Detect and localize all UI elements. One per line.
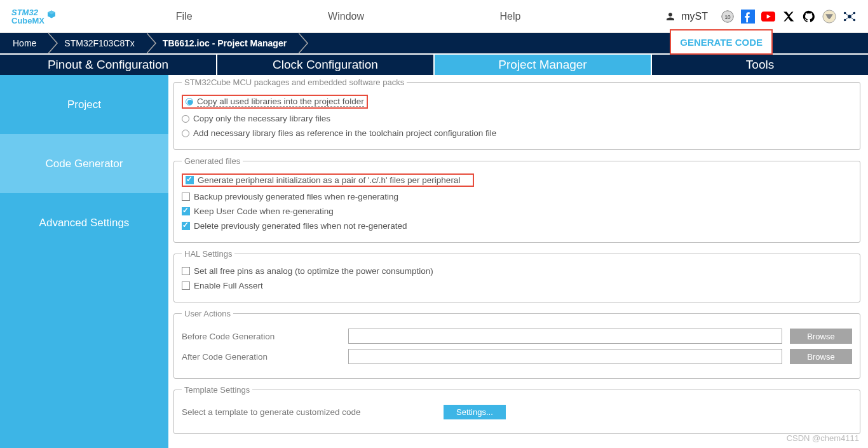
packages-group: STM32Cube MCU packages and embedded soft… xyxy=(173,78,860,150)
radio-copy-necessary[interactable] xyxy=(182,115,189,123)
checkbox-delete-prev[interactable] xyxy=(182,222,190,230)
template-row: Select a template to generate customized… xyxy=(182,405,852,419)
svg-line-10 xyxy=(845,13,850,17)
sidebar-item-advanced-settings[interactable]: Advanced Settings xyxy=(0,193,168,252)
top-menu-bar: STM32 CubeMX File Window Help myST 10 xyxy=(0,0,868,33)
content-area: Project Code Generator Advanced Settings… xyxy=(0,75,868,448)
opt-copy-necessary-label: Copy only the necessary library files xyxy=(193,114,330,123)
checkbox-keep-user-code[interactable] xyxy=(182,207,190,215)
after-code-row: After Code Generation Browse xyxy=(182,349,852,364)
youtube-icon[interactable] xyxy=(761,10,775,24)
breadcrumb-home[interactable]: Home xyxy=(0,33,48,53)
st-badge-icon[interactable]: 10 xyxy=(721,10,735,24)
tab-tools[interactable]: Tools xyxy=(652,55,868,75)
packages-legend: STM32Cube MCU packages and embedded soft… xyxy=(182,78,407,87)
checkbox-peripheral-pair[interactable] xyxy=(186,176,194,184)
breadcrumb-current-label: TB6612.ioc - Project Manager xyxy=(163,38,287,48)
opt-copy-all-row: Copy all used libraries into the project… xyxy=(182,92,852,111)
svg-text:10: 10 xyxy=(724,14,731,20)
logo-text-2: CubeMX xyxy=(11,17,44,25)
highlight-copy-all: Copy all used libraries into the project… xyxy=(182,95,368,109)
template-settings-button[interactable]: Settings... xyxy=(444,405,506,419)
opt-copy-all-label: Copy all used libraries into the project… xyxy=(197,97,364,107)
cube-icon xyxy=(46,8,57,22)
generated-files-group: Generated files Generate peripheral init… xyxy=(173,156,860,243)
generate-code-button[interactable]: GENERATE CODE xyxy=(670,29,773,55)
opt-keep-user-code-row: Keep User Code when re-generating xyxy=(182,204,852,219)
opt-add-reference-label: Add necessary library files as reference… xyxy=(193,128,496,138)
opt-analog-pins-label: Set all free pins as analog (to optimize… xyxy=(194,266,433,276)
breadcrumb-home-label: Home xyxy=(13,38,36,48)
sidebar-item-project[interactable]: Project xyxy=(0,75,168,134)
pm-sidebar: Project Code Generator Advanced Settings xyxy=(0,75,168,448)
breadcrumb-chip-label: STM32F103C8Tx xyxy=(64,38,134,48)
breadcrumb-current[interactable]: TB6612.ioc - Project Manager xyxy=(146,33,298,53)
svg-line-12 xyxy=(845,17,850,20)
before-code-row: Before Code Generation Browse xyxy=(182,329,852,344)
opt-full-assert-label: Enable Full Assert xyxy=(194,281,263,290)
settings-panel: STM32Cube MCU packages and embedded soft… xyxy=(168,75,868,448)
template-legend: Template Settings xyxy=(182,385,252,395)
generated-files-legend: Generated files xyxy=(182,156,243,166)
after-code-label: After Code Generation xyxy=(182,352,341,362)
tab-project-manager[interactable]: Project Manager xyxy=(435,55,652,75)
wiki-icon[interactable] xyxy=(822,10,836,24)
menu-window[interactable]: Window xyxy=(328,11,364,22)
svg-line-11 xyxy=(850,13,854,17)
social-icons: 10 xyxy=(721,10,868,24)
hal-legend: HAL Settings xyxy=(182,249,234,259)
opt-analog-pins-row: Set all free pins as analog (to optimize… xyxy=(182,264,852,278)
x-icon[interactable] xyxy=(782,10,796,24)
logo-text-1: STM32 xyxy=(11,8,44,17)
generate-code-label: GENERATE CODE xyxy=(680,37,763,48)
before-code-input[interactable] xyxy=(348,329,782,344)
before-code-label: Before Code Generation xyxy=(182,332,341,341)
opt-keep-user-code-label: Keep User Code when re-generating xyxy=(194,207,334,216)
app-logo: STM32 CubeMX xyxy=(0,8,57,25)
myst-link[interactable]: myST xyxy=(665,11,708,22)
radio-copy-all[interactable] xyxy=(186,98,193,105)
svg-line-13 xyxy=(850,17,854,20)
checkbox-analog-pins[interactable] xyxy=(182,267,190,275)
tab-pinout[interactable]: Pinout & Configuration xyxy=(0,55,217,75)
user-actions-group: User Actions Before Code Generation Brow… xyxy=(173,309,860,379)
opt-backup-label: Backup previously generated files when r… xyxy=(194,192,398,201)
github-icon[interactable] xyxy=(802,10,816,24)
main-tabs: Pinout & Configuration Clock Configurati… xyxy=(0,53,868,75)
breadcrumb-chip[interactable]: STM32F103C8Tx xyxy=(48,33,146,53)
browse-before-button[interactable]: Browse xyxy=(790,329,852,344)
opt-delete-prev-row: Delete previously generated files when n… xyxy=(182,219,852,233)
watermark: CSDN @chem4111 xyxy=(787,433,859,443)
opt-copy-necessary-row: Copy only the necessary library files xyxy=(182,111,852,126)
menu-help[interactable]: Help xyxy=(500,11,521,22)
breadcrumb: Home STM32F103C8Tx TB6612.ioc - Project … xyxy=(0,33,868,53)
after-code-input[interactable] xyxy=(348,349,782,364)
menu-file[interactable]: File xyxy=(176,11,193,22)
sidebar-item-code-generator[interactable]: Code Generator xyxy=(0,134,168,193)
opt-peripheral-pair-label: Generate peripheral initialization as a … xyxy=(198,175,460,185)
checkbox-backup[interactable] xyxy=(182,193,190,201)
myst-label: myST xyxy=(681,11,708,22)
browse-after-button[interactable]: Browse xyxy=(790,349,852,364)
opt-peripheral-pair-row: Generate peripheral initialization as a … xyxy=(182,171,852,189)
template-settings-group: Template Settings Select a template to g… xyxy=(173,385,860,434)
tab-clock[interactable]: Clock Configuration xyxy=(217,55,435,75)
highlight-peripheral-pair: Generate peripheral initialization as a … xyxy=(182,173,474,187)
menu-items: File Window Help xyxy=(57,11,665,22)
hal-settings-group: HAL Settings Set all free pins as analog… xyxy=(173,249,860,302)
person-icon xyxy=(665,11,676,22)
user-actions-legend: User Actions xyxy=(182,309,233,318)
checkbox-full-assert[interactable] xyxy=(182,282,190,290)
radio-add-reference[interactable] xyxy=(182,130,189,137)
sidebar-filler xyxy=(0,252,168,448)
template-label: Select a template to generate customized… xyxy=(182,407,436,417)
opt-backup-row: Backup previously generated files when r… xyxy=(182,189,852,204)
opt-add-reference-row: Add necessary library files as reference… xyxy=(182,126,852,140)
facebook-icon[interactable] xyxy=(741,10,755,24)
network-icon[interactable] xyxy=(843,10,857,24)
opt-delete-prev-label: Delete previously generated files when n… xyxy=(194,221,407,231)
opt-full-assert-row: Enable Full Assert xyxy=(182,278,852,293)
